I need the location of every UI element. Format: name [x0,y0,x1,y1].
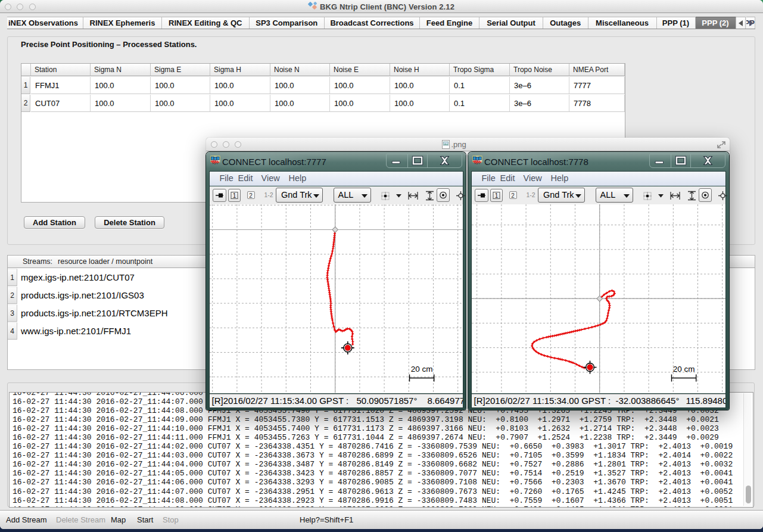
svg-text:20 cm: 20 cm [672,365,695,374]
svg-text:1: 1 [232,192,236,199]
svg-text:20 cm: 20 cm [410,365,432,374]
svg-text:1: 1 [494,192,498,199]
